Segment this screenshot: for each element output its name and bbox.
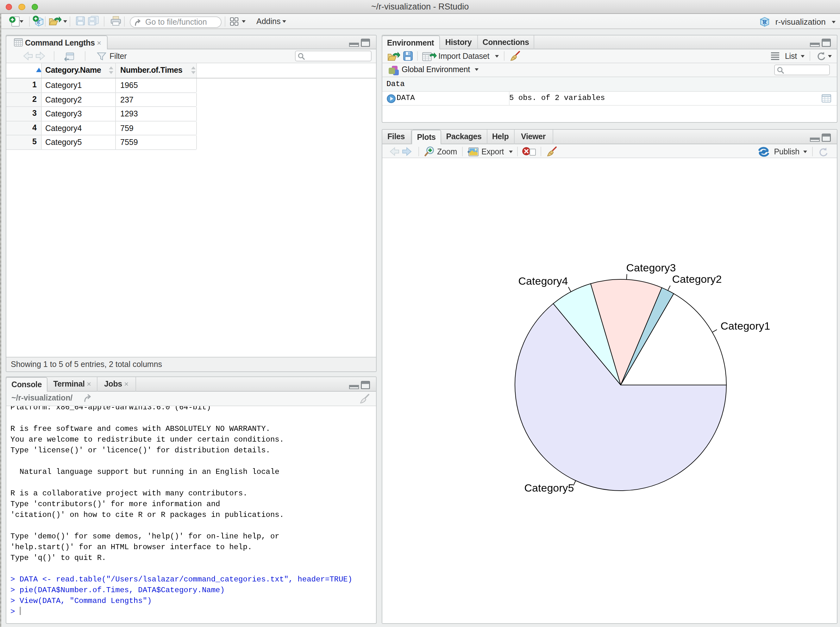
svg-text:Category1: Category1 [720, 320, 770, 332]
svg-text:Category2: Category2 [672, 273, 722, 285]
svg-text:Category5: Category5 [524, 482, 574, 493]
svg-text:Category4: Category4 [518, 274, 568, 287]
svg-text:R: R [763, 18, 767, 25]
svg-text:Category3: Category3 [626, 261, 676, 273]
